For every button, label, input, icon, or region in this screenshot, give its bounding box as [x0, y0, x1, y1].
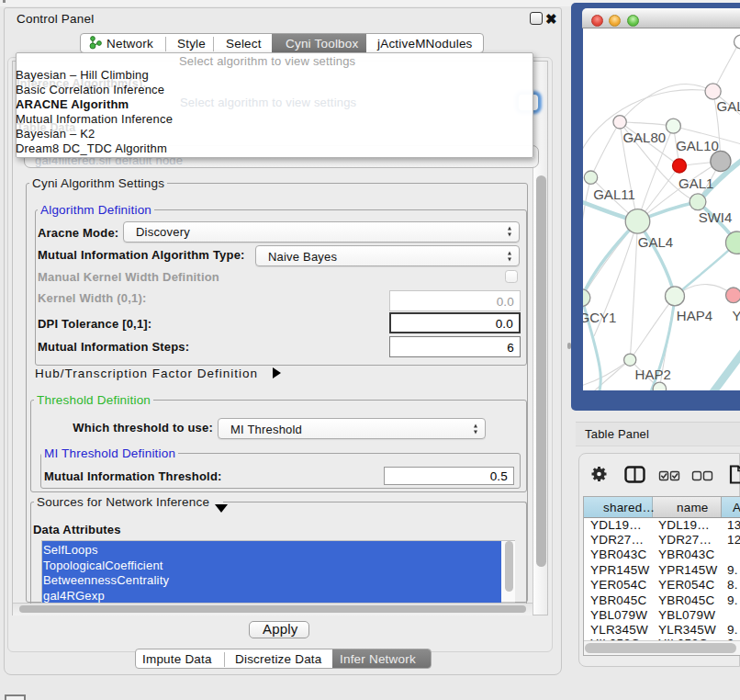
svg-text:SWI4: SWI4 [699, 209, 733, 225]
svg-text:GAL80: GAL80 [622, 130, 666, 145]
svg-text:Y: Y [732, 308, 740, 323]
svg-text:GAL11: GAL11 [593, 186, 635, 202]
svg-text:GAL10: GAL10 [676, 138, 719, 153]
svg-text:GAL4: GAL4 [638, 234, 673, 250]
svg-text:GAL7: GAL7 [717, 98, 740, 114]
svg-text:GAL1: GAL1 [678, 175, 713, 191]
svg-text:GCY1: GCY1 [583, 310, 616, 325]
svg-text:HAP2: HAP2 [635, 367, 671, 382]
svg-text:HAP4: HAP4 [677, 308, 712, 323]
